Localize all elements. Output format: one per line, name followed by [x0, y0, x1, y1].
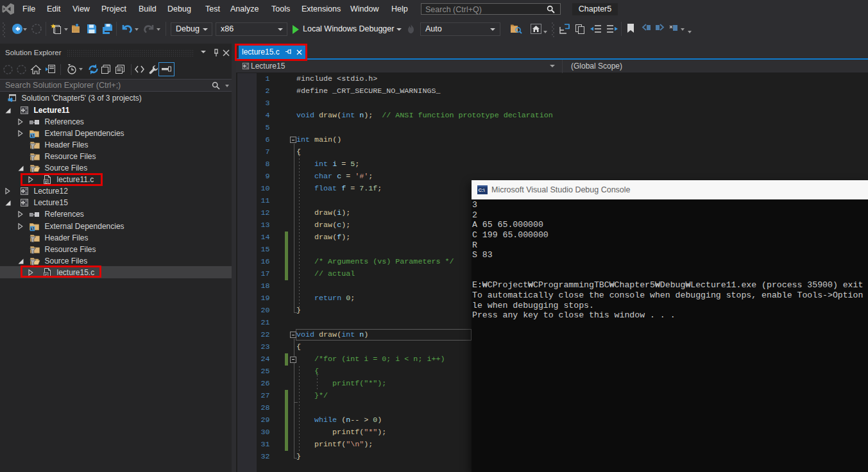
- svg-text:C:\: C:\: [479, 187, 486, 193]
